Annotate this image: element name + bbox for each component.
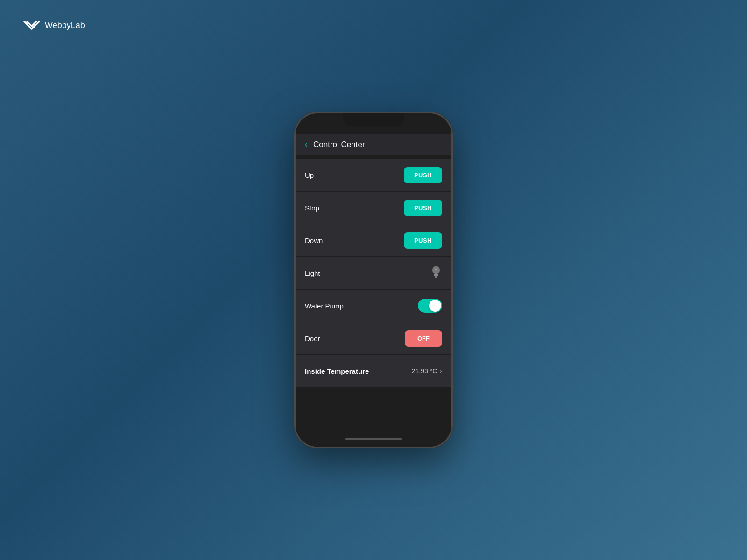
control-row-light: Light	[296, 257, 451, 289]
down-push-button[interactable]: PUSH	[404, 232, 442, 249]
brand-name: WebbyLab	[45, 21, 85, 30]
svg-rect-2	[435, 277, 437, 278]
screen-title: Control Center	[313, 140, 365, 149]
temperature-label: Inside Temperature	[305, 367, 369, 375]
phone-frame: ‹ Control Center Up PUSH Stop PUSH Down …	[294, 112, 453, 448]
water-pump-label: Water Pump	[305, 302, 344, 310]
temperature-row[interactable]: Inside Temperature 21.93 °C ›	[296, 355, 451, 387]
door-off-button[interactable]: OFF	[405, 330, 442, 347]
home-bar	[345, 438, 402, 440]
phone-side-btn-3	[294, 228, 295, 256]
temperature-value-area: 21.93 °C ›	[412, 367, 442, 375]
up-label: Up	[305, 171, 314, 179]
bulb-icon[interactable]	[430, 265, 442, 281]
phone-side-btn-1	[294, 174, 295, 190]
control-row-down: Down PUSH	[296, 224, 451, 256]
toggle-track	[418, 299, 442, 313]
phone-notch	[343, 113, 404, 126]
phone-side-btn-right	[452, 195, 453, 232]
home-indicator	[296, 431, 451, 447]
stop-push-button[interactable]: PUSH	[404, 200, 442, 216]
stop-label: Stop	[305, 204, 319, 212]
webbylab-logo-icon	[23, 19, 40, 32]
control-row-up: Up PUSH	[296, 159, 451, 191]
phone-screen: ‹ Control Center Up PUSH Stop PUSH Down …	[296, 113, 451, 447]
phone-side-btn-2	[294, 195, 295, 223]
temperature-reading: 21.93 °C	[412, 367, 437, 375]
chevron-right-icon: ›	[440, 367, 442, 375]
svg-rect-1	[435, 276, 437, 277]
control-row-water-pump: Water Pump	[296, 290, 451, 322]
back-button[interactable]: ‹	[305, 140, 308, 149]
light-label: Light	[305, 269, 320, 277]
down-label: Down	[305, 237, 323, 245]
app-header: ‹ Control Center	[296, 134, 451, 155]
control-row-door: Door OFF	[296, 322, 451, 354]
svg-point-0	[432, 266, 440, 274]
water-pump-toggle[interactable]	[418, 299, 442, 313]
up-push-button[interactable]: PUSH	[404, 167, 442, 183]
door-label: Door	[305, 335, 320, 343]
content-area: Up PUSH Stop PUSH Down PUSH Light	[296, 155, 451, 431]
toggle-thumb	[429, 300, 441, 312]
logo-area: WebbyLab	[23, 19, 85, 32]
control-row-stop: Stop PUSH	[296, 192, 451, 224]
